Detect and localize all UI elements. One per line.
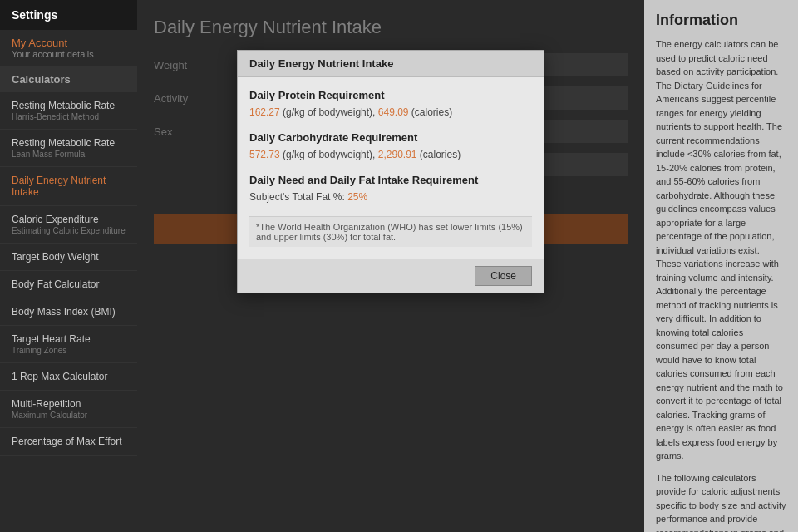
modal-footer: Close [238,259,544,293]
carb-calories-unit: (calories) [420,149,461,160]
modal-overlay: Daily Energy Nutrient Intake Daily Prote… [137,0,644,532]
sidebar-sublabel-multi-repetition: Maximum Calculator [12,411,126,420]
modal-body: Daily Protein Requirement 162.27 (g/kg o… [238,77,544,259]
close-button[interactable]: Close [475,266,532,286]
sidebar-items: Resting Metabolic RateHarris-Benedict Me… [0,92,137,456]
sidebar-item-target-body-weight[interactable]: Target Body Weight [0,244,137,271]
sidebar-sublabel-caloric-expenditure: Estimating Caloric Expenditure [12,226,126,235]
protein-unit: (g/kg of bodyweight), [283,106,375,118]
sidebar-item-multi-repetition[interactable]: Multi-RepetitionMaximum Calculator [0,391,137,428]
fat-label: Subject's Total Fat %: [249,191,345,203]
sidebar-item-target-heart-rate[interactable]: Target Heart RateTraining Zones [0,326,137,363]
settings-header: Settings [0,0,137,30]
fat-section: Daily Need and Daily Fat Intake Requirem… [249,174,532,204]
sidebar-item-daily-energy[interactable]: Daily Energy Nutrient Intake [0,167,137,206]
modal-note: *The World Health Organization (WHO) has… [249,216,532,247]
sidebar-sublabel-target-heart-rate: Training Zones [12,346,126,355]
sidebar-item-percentage-max[interactable]: Percentage of Max Effort [0,428,137,456]
sidebar-item-body-fat[interactable]: Body Fat Calculator [0,271,137,298]
info-heading: Information [656,12,786,29]
calculators-header: Calculators [0,66,137,92]
carb-unit: (g/kg of bodyweight), [283,149,375,160]
carb-calories: 2,290.91 [378,149,417,160]
protein-section: Daily Protein Requirement 162.27 (g/kg o… [249,89,532,120]
sidebar-item-resting-metabolic-2[interactable]: Resting Metabolic RateLean Mass Formula [0,130,137,167]
settings-label: Settings [12,8,57,22]
protein-heading: Daily Protein Requirement [249,89,532,101]
protein-value: 162.27 [249,106,280,118]
sidebar-item-caloric-expenditure[interactable]: Caloric ExpenditureEstimating Caloric Ex… [0,206,137,244]
sidebar-item-1rep-max[interactable]: 1 Rep Max Calculator [0,363,137,391]
my-account-detail: Your account details [12,49,126,59]
sidebar-sublabel-resting-metabolic-2: Lean Mass Formula [12,150,126,159]
sidebar-sublabel-resting-metabolic-1: Harris-Benedict Method [12,112,126,121]
modal-dialog: Daily Energy Nutrient Intake Daily Prote… [237,50,544,293]
carb-values: 572.73 (g/kg of bodyweight), 2,290.91 (c… [249,147,532,162]
sidebar-item-bmi[interactable]: Body Mass Index (BMI) [0,298,137,326]
info-paragraph2: The following calculators provide for ca… [656,471,786,533]
carb-heading: Daily Carbohydrate Requirement [249,131,532,144]
info-panel: Information The energy calculators can b… [644,0,798,532]
protein-values: 162.27 (g/kg of bodyweight), 649.09 (cal… [249,105,532,120]
carb-value: 572.73 [249,149,280,160]
sidebar-item-resting-metabolic-1[interactable]: Resting Metabolic RateHarris-Benedict Me… [0,92,137,130]
sidebar: Settings My Account Your account details… [0,0,137,532]
main-content: Daily Energy Nutrient Intake Weight Acti… [137,0,644,532]
protein-calories-unit: (calories) [411,106,452,118]
fat-values: Subject's Total Fat %: 25% [249,190,532,204]
carb-section: Daily Carbohydrate Requirement 572.73 (g… [249,131,532,162]
protein-calories: 649.09 [378,106,409,118]
fat-heading: Daily Need and Daily Fat Intake Requirem… [249,174,532,186]
my-account-label: My Account [12,37,126,49]
info-paragraph1: The energy calculators can be used to pr… [656,37,786,463]
modal-title: Daily Energy Nutrient Intake [238,51,544,77]
my-account-section[interactable]: My Account Your account details [0,30,137,66]
fat-value: 25% [347,191,367,203]
